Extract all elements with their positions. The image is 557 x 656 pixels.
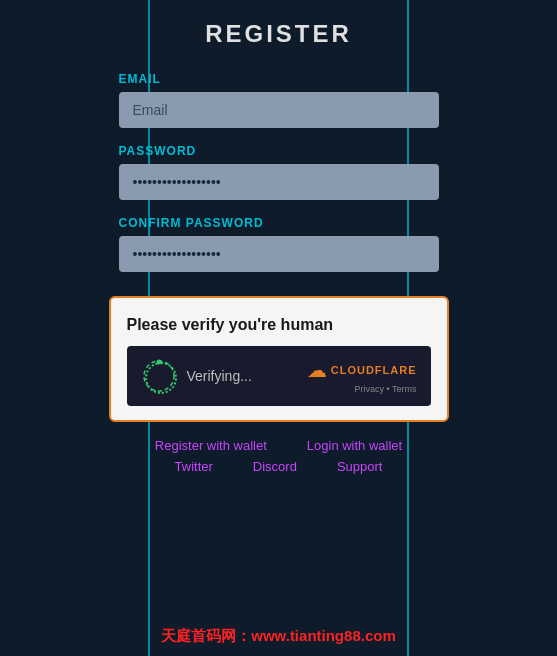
email-input[interactable] (119, 92, 439, 128)
cloudflare-name: CLOUDFLARE (331, 364, 417, 376)
page-title: REGISTER (205, 20, 352, 48)
twitter-button[interactable]: Twitter (175, 459, 213, 474)
password-field-group: PASSWORD (119, 144, 439, 200)
spinner-icon (141, 358, 177, 394)
login-wallet-button[interactable]: Login with wallet (307, 438, 402, 453)
email-field-group: EMAIL (119, 72, 439, 128)
cloudflare-cloud-icon: ☁ (307, 358, 327, 382)
cloudflare-branding: ☁ CLOUDFLARE Privacy • Terms (307, 358, 417, 394)
captcha-box[interactable]: Please verify you're human Verifying... … (109, 296, 449, 422)
confirm-password-input[interactable] (119, 236, 439, 272)
page-container: REGISTER EMAIL PASSWORD CONFIRM PASSWORD… (0, 0, 557, 656)
password-input[interactable] (119, 164, 439, 200)
terms-link: Terms (392, 384, 417, 394)
captcha-widget[interactable]: Verifying... ☁ CLOUDFLARE Privacy • Term… (127, 346, 431, 406)
email-label: EMAIL (119, 72, 439, 86)
captcha-title: Please verify you're human (127, 316, 431, 334)
confirm-password-field-group: CONFIRM PASSWORD (119, 216, 439, 272)
bottom-links: Register with wallet Login with wallet T… (109, 438, 449, 474)
support-button[interactable]: Support (337, 459, 383, 474)
confirm-password-label: CONFIRM PASSWORD (119, 216, 439, 230)
wallet-links-row: Register with wallet Login with wallet (155, 438, 402, 453)
svg-point-1 (156, 360, 161, 365)
social-links-row: Twitter Discord Support (175, 459, 383, 474)
cloudflare-logo: ☁ CLOUDFLARE (307, 358, 417, 382)
privacy-link: Privacy (354, 384, 384, 394)
register-wallet-button[interactable]: Register with wallet (155, 438, 267, 453)
svg-point-0 (144, 361, 174, 391)
separator: • (387, 384, 390, 394)
verifying-text: Verifying... (187, 368, 252, 384)
cloudflare-links: Privacy • Terms (354, 384, 416, 394)
form-area: REGISTER EMAIL PASSWORD CONFIRM PASSWORD (119, 20, 439, 288)
watermark: 天庭首码网：www.tianting88.com (0, 627, 557, 646)
password-label: PASSWORD (119, 144, 439, 158)
captcha-left: Verifying... (141, 358, 252, 394)
discord-button[interactable]: Discord (253, 459, 297, 474)
